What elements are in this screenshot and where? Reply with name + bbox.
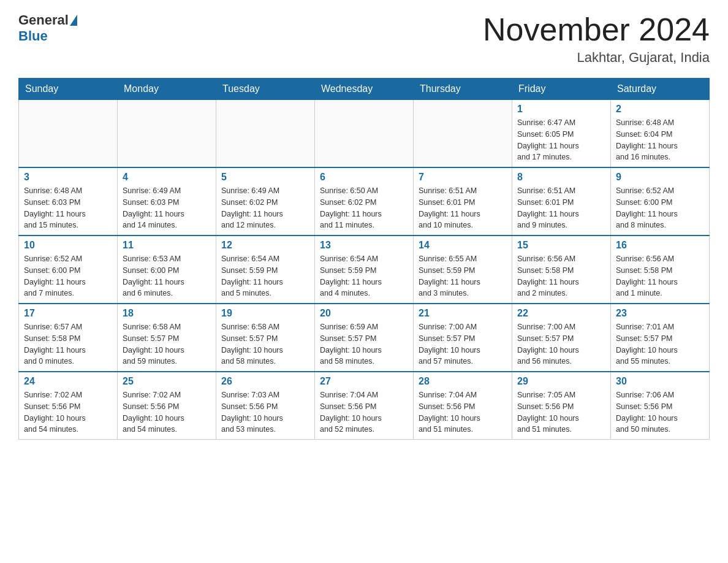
week-row-1: 1Sunrise: 6:47 AM Sunset: 6:05 PM Daylig… [19, 100, 710, 168]
logo-general-text: General [18, 12, 69, 28]
day-number: 16 [616, 240, 704, 251]
day-info: Sunrise: 6:54 AM Sunset: 5:59 PM Dayligh… [221, 253, 309, 299]
day-number: 13 [320, 240, 408, 251]
day-number: 11 [123, 240, 211, 251]
calendar-cell: 14Sunrise: 6:55 AM Sunset: 5:59 PM Dayli… [414, 236, 512, 304]
day-info: Sunrise: 6:58 AM Sunset: 5:57 PM Dayligh… [221, 321, 309, 367]
day-info: Sunrise: 6:49 AM Sunset: 6:02 PM Dayligh… [221, 185, 309, 231]
day-info: Sunrise: 6:48 AM Sunset: 6:03 PM Dayligh… [24, 185, 112, 231]
weekday-header-wednesday: Wednesday [315, 79, 414, 100]
calendar-table: SundayMondayTuesdayWednesdayThursdayFrid… [18, 78, 710, 440]
calendar-cell: 1Sunrise: 6:47 AM Sunset: 6:05 PM Daylig… [512, 100, 611, 168]
calendar-cell: 5Sunrise: 6:49 AM Sunset: 6:02 PM Daylig… [216, 167, 315, 236]
calendar-cell: 6Sunrise: 6:50 AM Sunset: 6:02 PM Daylig… [315, 167, 414, 236]
day-info: Sunrise: 7:02 AM Sunset: 5:56 PM Dayligh… [123, 389, 211, 435]
calendar-cell: 23Sunrise: 7:01 AM Sunset: 5:57 PM Dayli… [611, 304, 710, 372]
day-info: Sunrise: 6:53 AM Sunset: 6:00 PM Dayligh… [123, 253, 211, 299]
day-number: 15 [517, 240, 605, 251]
day-number: 20 [320, 308, 408, 319]
day-info: Sunrise: 7:04 AM Sunset: 5:56 PM Dayligh… [419, 389, 507, 435]
week-row-3: 10Sunrise: 6:52 AM Sunset: 6:00 PM Dayli… [19, 236, 710, 304]
weekday-header-sunday: Sunday [19, 79, 118, 100]
day-number: 1 [517, 104, 605, 115]
day-info: Sunrise: 7:00 AM Sunset: 5:57 PM Dayligh… [419, 321, 507, 367]
calendar-cell [315, 100, 414, 168]
day-info: Sunrise: 7:02 AM Sunset: 5:56 PM Dayligh… [24, 389, 112, 435]
calendar-cell: 16Sunrise: 6:56 AM Sunset: 5:58 PM Dayli… [611, 236, 710, 304]
weekday-header-friday: Friday [512, 79, 611, 100]
day-info: Sunrise: 6:50 AM Sunset: 6:02 PM Dayligh… [320, 185, 408, 231]
calendar-cell: 30Sunrise: 7:06 AM Sunset: 5:56 PM Dayli… [611, 372, 710, 440]
day-number: 12 [221, 240, 309, 251]
day-number: 14 [419, 240, 507, 251]
day-number: 28 [419, 376, 507, 387]
calendar-cell: 2Sunrise: 6:48 AM Sunset: 6:04 PM Daylig… [611, 100, 710, 168]
day-number: 9 [616, 172, 704, 183]
calendar-cell [118, 100, 216, 168]
day-info: Sunrise: 6:51 AM Sunset: 6:01 PM Dayligh… [517, 185, 605, 231]
day-info: Sunrise: 7:06 AM Sunset: 5:56 PM Dayligh… [616, 389, 704, 435]
page-header: General Blue November 2024 Lakhtar, Guja… [18, 12, 710, 66]
day-info: Sunrise: 6:52 AM Sunset: 6:00 PM Dayligh… [616, 185, 704, 231]
logo: General Blue [18, 12, 77, 44]
day-info: Sunrise: 6:56 AM Sunset: 5:58 PM Dayligh… [616, 253, 704, 299]
day-info: Sunrise: 6:59 AM Sunset: 5:57 PM Dayligh… [320, 321, 408, 367]
weekday-header-monday: Monday [118, 79, 216, 100]
day-number: 4 [123, 172, 211, 183]
day-info: Sunrise: 6:55 AM Sunset: 5:59 PM Dayligh… [419, 253, 507, 299]
logo-blue-text: Blue [18, 28, 48, 44]
calendar-cell: 21Sunrise: 7:00 AM Sunset: 5:57 PM Dayli… [414, 304, 512, 372]
calendar-cell: 11Sunrise: 6:53 AM Sunset: 6:00 PM Dayli… [118, 236, 216, 304]
day-number: 17 [24, 308, 112, 319]
day-info: Sunrise: 7:03 AM Sunset: 5:56 PM Dayligh… [221, 389, 309, 435]
week-row-5: 24Sunrise: 7:02 AM Sunset: 5:56 PM Dayli… [19, 372, 710, 440]
day-number: 5 [221, 172, 309, 183]
calendar-cell: 8Sunrise: 6:51 AM Sunset: 6:01 PM Daylig… [512, 167, 611, 236]
day-number: 8 [517, 172, 605, 183]
calendar-cell: 28Sunrise: 7:04 AM Sunset: 5:56 PM Dayli… [414, 372, 512, 440]
calendar-cell: 24Sunrise: 7:02 AM Sunset: 5:56 PM Dayli… [19, 372, 118, 440]
day-info: Sunrise: 6:56 AM Sunset: 5:58 PM Dayligh… [517, 253, 605, 299]
day-info: Sunrise: 6:48 AM Sunset: 6:04 PM Dayligh… [616, 117, 704, 163]
day-number: 18 [123, 308, 211, 319]
day-info: Sunrise: 6:49 AM Sunset: 6:03 PM Dayligh… [123, 185, 211, 231]
day-info: Sunrise: 6:58 AM Sunset: 5:57 PM Dayligh… [123, 321, 211, 367]
weekday-header-row: SundayMondayTuesdayWednesdayThursdayFrid… [19, 79, 710, 100]
calendar-cell: 13Sunrise: 6:54 AM Sunset: 5:59 PM Dayli… [315, 236, 414, 304]
calendar-cell: 19Sunrise: 6:58 AM Sunset: 5:57 PM Dayli… [216, 304, 315, 372]
day-number: 22 [517, 308, 605, 319]
calendar-cell [216, 100, 315, 168]
calendar-cell: 29Sunrise: 7:05 AM Sunset: 5:56 PM Dayli… [512, 372, 611, 440]
day-info: Sunrise: 6:52 AM Sunset: 6:00 PM Dayligh… [24, 253, 112, 299]
day-info: Sunrise: 6:54 AM Sunset: 5:59 PM Dayligh… [320, 253, 408, 299]
calendar-cell: 22Sunrise: 7:00 AM Sunset: 5:57 PM Dayli… [512, 304, 611, 372]
day-number: 7 [419, 172, 507, 183]
title-block: November 2024 Lakhtar, Gujarat, India [483, 12, 710, 66]
calendar-cell [19, 100, 118, 168]
day-number: 21 [419, 308, 507, 319]
calendar-cell: 9Sunrise: 6:52 AM Sunset: 6:00 PM Daylig… [611, 167, 710, 236]
calendar-cell: 27Sunrise: 7:04 AM Sunset: 5:56 PM Dayli… [315, 372, 414, 440]
weekday-header-saturday: Saturday [611, 79, 710, 100]
day-number: 29 [517, 376, 605, 387]
day-info: Sunrise: 6:51 AM Sunset: 6:01 PM Dayligh… [419, 185, 507, 231]
calendar-title: November 2024 [483, 12, 710, 47]
day-number: 24 [24, 376, 112, 387]
weekday-header-thursday: Thursday [414, 79, 512, 100]
day-number: 10 [24, 240, 112, 251]
calendar-cell: 26Sunrise: 7:03 AM Sunset: 5:56 PM Dayli… [216, 372, 315, 440]
day-number: 26 [221, 376, 309, 387]
calendar-cell: 7Sunrise: 6:51 AM Sunset: 6:01 PM Daylig… [414, 167, 512, 236]
day-number: 27 [320, 376, 408, 387]
calendar-cell: 12Sunrise: 6:54 AM Sunset: 5:59 PM Dayli… [216, 236, 315, 304]
day-info: Sunrise: 7:00 AM Sunset: 5:57 PM Dayligh… [517, 321, 605, 367]
calendar-cell: 18Sunrise: 6:58 AM Sunset: 5:57 PM Dayli… [118, 304, 216, 372]
day-info: Sunrise: 7:04 AM Sunset: 5:56 PM Dayligh… [320, 389, 408, 435]
weekday-header-tuesday: Tuesday [216, 79, 315, 100]
day-number: 3 [24, 172, 112, 183]
calendar-cell: 10Sunrise: 6:52 AM Sunset: 6:00 PM Dayli… [19, 236, 118, 304]
logo-triangle-icon [70, 15, 77, 26]
day-number: 30 [616, 376, 704, 387]
week-row-2: 3Sunrise: 6:48 AM Sunset: 6:03 PM Daylig… [19, 167, 710, 236]
calendar-cell: 3Sunrise: 6:48 AM Sunset: 6:03 PM Daylig… [19, 167, 118, 236]
